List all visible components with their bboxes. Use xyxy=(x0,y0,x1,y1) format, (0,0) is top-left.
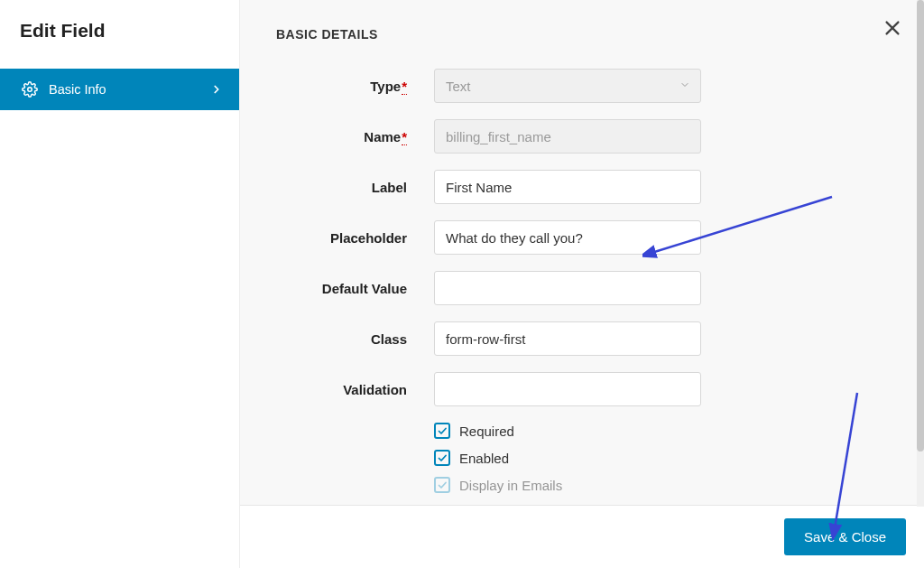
label-name: Name* xyxy=(276,129,434,144)
label-class: Class xyxy=(276,331,434,347)
footer: Save & Close xyxy=(240,505,924,568)
gear-icon xyxy=(22,81,38,98)
label-default-value: Default Value xyxy=(276,281,434,296)
sidebar: Edit Field Basic Info xyxy=(0,0,239,568)
sidebar-item-label: Basic Info xyxy=(49,82,210,97)
close-button[interactable] xyxy=(882,18,902,38)
label-input[interactable] xyxy=(434,170,701,204)
name-input[interactable] xyxy=(434,119,701,154)
enabled-label: Enabled xyxy=(459,451,509,466)
enabled-checkbox[interactable] xyxy=(434,450,450,466)
placeholder-input[interactable] xyxy=(434,220,701,255)
section-title: BASIC DETAILS xyxy=(276,27,888,42)
display-emails-checkbox[interactable] xyxy=(434,477,450,493)
scrollbar-track[interactable] xyxy=(917,0,924,507)
required-checkbox[interactable] xyxy=(434,423,450,439)
label-validation: Validation xyxy=(276,382,434,397)
type-select[interactable] xyxy=(434,69,701,103)
label-label: Label xyxy=(276,180,434,195)
required-label: Required xyxy=(459,424,514,439)
label-placeholder: Placeholder xyxy=(276,230,434,246)
display-emails-label: Display in Emails xyxy=(459,478,562,493)
class-input[interactable] xyxy=(434,321,701,356)
default-value-input[interactable] xyxy=(434,271,701,305)
svg-point-0 xyxy=(28,88,32,92)
page-title: Edit Field xyxy=(0,20,239,69)
validation-input[interactable] xyxy=(434,372,701,406)
main-panel: BASIC DETAILS Type* Name* xyxy=(239,0,924,568)
sidebar-item-basic-info[interactable]: Basic Info xyxy=(0,69,239,110)
label-type: Type* xyxy=(276,79,434,94)
save-close-button[interactable]: Save & Close xyxy=(784,518,906,555)
scrollbar-thumb[interactable] xyxy=(917,0,924,452)
chevron-right-icon xyxy=(210,83,223,96)
